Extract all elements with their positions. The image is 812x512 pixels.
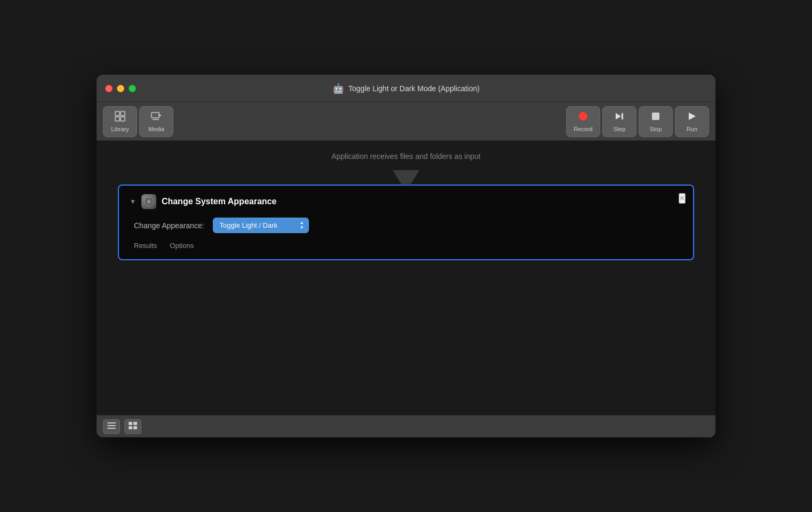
svg-point-14 — [147, 199, 151, 204]
record-icon — [577, 110, 589, 124]
toolbar-right: Record Step Stop — [566, 106, 709, 137]
library-icon — [114, 110, 126, 124]
dropdown-value: Toggle Light / Dark — [220, 221, 297, 229]
svg-rect-1 — [121, 111, 125, 116]
collapse-arrow[interactable]: ▼ — [130, 198, 136, 205]
svg-rect-9 — [622, 113, 623, 119]
maximize-button[interactable] — [129, 85, 136, 92]
bottom-bar — [97, 415, 715, 437]
action-title: Change System Appearance — [162, 197, 276, 206]
action-close-button[interactable]: × — [679, 193, 686, 204]
appearance-dropdown[interactable]: Toggle Light / Dark ▲ ▼ — [213, 218, 309, 233]
stop-button[interactable]: Stop — [639, 106, 673, 137]
minimize-button[interactable] — [117, 85, 124, 92]
subtitle-bar: Application receives files and folders a… — [97, 141, 715, 170]
connector — [393, 170, 419, 185]
action-body: Change Appearance: Toggle Light / Dark ▲… — [130, 218, 682, 251]
svg-point-7 — [579, 112, 587, 121]
svg-rect-3 — [121, 117, 125, 121]
list-view-button[interactable] — [103, 419, 120, 434]
media-icon — [150, 110, 162, 124]
toolbar-left: Library Media — [103, 106, 173, 137]
run-icon — [686, 110, 698, 124]
svg-marker-5 — [160, 114, 161, 117]
step-icon — [614, 110, 625, 124]
results-tab[interactable]: Results — [134, 242, 157, 251]
main-window: 🤖 Toggle Light or Dark Mode (Application… — [97, 75, 715, 437]
record-button[interactable]: Record — [566, 106, 600, 137]
record-label: Record — [574, 126, 592, 132]
svg-rect-2 — [115, 117, 120, 121]
library-button[interactable]: Library — [103, 106, 137, 137]
list-view-icon — [107, 422, 116, 431]
content-area: Application receives files and folders a… — [97, 141, 715, 415]
grid-view-icon — [129, 422, 137, 431]
svg-rect-24 — [129, 426, 132, 429]
close-button[interactable] — [105, 85, 113, 92]
run-button[interactable]: Run — [675, 106, 709, 137]
svg-marker-11 — [689, 113, 696, 120]
action-header: ▼ Change System Appearance — [130, 194, 682, 209]
svg-marker-12 — [393, 170, 419, 184]
media-button[interactable]: Media — [139, 106, 173, 137]
grid-view-button[interactable] — [124, 419, 141, 434]
svg-rect-20 — [107, 425, 116, 426]
title-bar: 🤖 Toggle Light or Dark Mode (Application… — [97, 75, 715, 102]
svg-rect-10 — [652, 113, 659, 120]
appearance-label: Change Appearance: — [134, 221, 204, 230]
title-icon: 🤖 — [332, 83, 344, 94]
svg-rect-23 — [133, 422, 137, 425]
action-icon — [141, 194, 156, 209]
action-card: ▼ Change System Appearance × — [118, 185, 694, 260]
svg-rect-21 — [107, 428, 116, 429]
title-label: Toggle Light or Dark Mode (Application) — [348, 84, 480, 93]
options-tab[interactable]: Options — [170, 242, 194, 251]
library-label: Library — [111, 126, 129, 132]
traffic-lights — [105, 85, 136, 92]
step-button[interactable]: Step — [602, 106, 636, 137]
chevron-down-icon: ▼ — [300, 226, 304, 230]
subtitle-text: Application receives files and folders a… — [331, 152, 480, 161]
svg-rect-4 — [152, 113, 159, 118]
step-label: Step — [614, 126, 626, 132]
chevron-up-icon: ▲ — [300, 221, 304, 225]
stop-label: Stop — [650, 126, 662, 132]
svg-rect-25 — [133, 426, 137, 429]
toolbar: Library Media — [97, 102, 715, 141]
action-tabs: Results Options — [134, 242, 678, 251]
svg-rect-19 — [107, 422, 116, 423]
run-label: Run — [687, 126, 697, 132]
svg-rect-0 — [115, 111, 120, 116]
appearance-row: Change Appearance: Toggle Light / Dark ▲… — [134, 218, 678, 233]
stop-icon — [650, 110, 662, 124]
window-title: 🤖 Toggle Light or Dark Mode (Application… — [332, 83, 480, 94]
dropdown-chevron: ▲ ▼ — [300, 221, 304, 230]
media-label: Media — [148, 126, 164, 132]
actions-container: ▼ Change System Appearance × — [107, 185, 705, 260]
svg-rect-22 — [129, 422, 132, 425]
svg-marker-8 — [616, 113, 621, 119]
